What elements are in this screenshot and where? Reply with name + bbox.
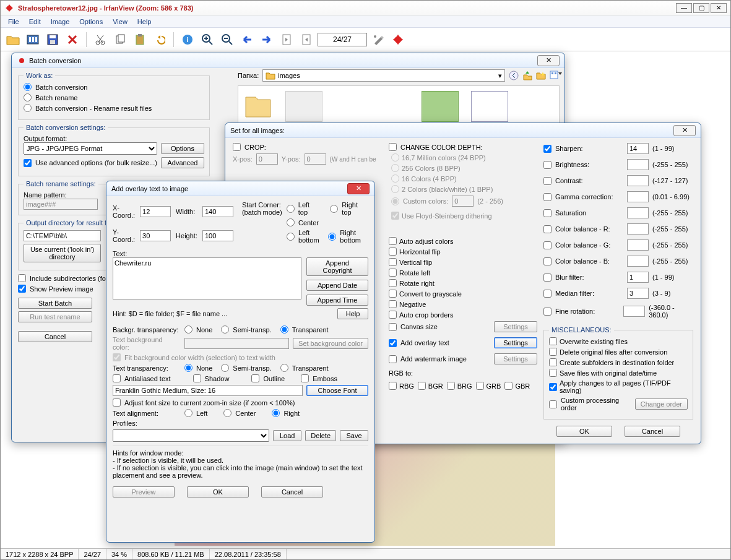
cb-r-input[interactable] (627, 223, 649, 235)
open-icon[interactable] (4, 31, 22, 48)
overlay-cancel-button[interactable]: Cancel (261, 486, 323, 498)
about-icon[interactable] (389, 31, 407, 48)
rright-check[interactable] (389, 279, 397, 287)
sharpen-check[interactable] (543, 145, 551, 153)
menu-image[interactable]: Image (51, 18, 70, 25)
append-date-button[interactable]: Append Date (306, 280, 368, 291)
zoom-in-icon[interactable] (199, 31, 216, 48)
folder-select[interactable]: images ▾ (262, 69, 505, 82)
grayscale-check[interactable] (389, 290, 397, 298)
cb-b-input[interactable] (627, 256, 649, 267)
next-icon[interactable] (258, 31, 275, 48)
canvas-check[interactable] (389, 323, 397, 331)
menu-edit[interactable]: Edit (29, 18, 41, 25)
delete-button[interactable]: Delete (305, 430, 336, 441)
overwrite-check[interactable] (549, 337, 557, 345)
include-sub-check[interactable] (18, 274, 26, 282)
shadow-check[interactable] (193, 374, 201, 382)
prev-icon[interactable] (238, 31, 256, 48)
advanced-button[interactable]: Advanced (161, 157, 204, 168)
work-batch-conversion[interactable] (24, 83, 32, 91)
overlay-text-input[interactable]: Chewriter.ru (113, 257, 301, 299)
batch-close-button[interactable]: ✕ (537, 55, 560, 66)
ccd-check[interactable] (389, 143, 397, 151)
contrast-check[interactable] (543, 177, 551, 185)
create-sub-check[interactable] (549, 358, 557, 366)
saturation-input[interactable] (627, 207, 649, 218)
profiles-select[interactable] (113, 429, 269, 442)
info-icon[interactable]: i (179, 31, 196, 48)
corner-lb[interactable] (287, 233, 295, 241)
cb-b-check[interactable] (543, 257, 551, 265)
y-coord-input[interactable] (140, 230, 171, 241)
next-page-icon[interactable] (298, 31, 315, 48)
median-check[interactable] (543, 290, 551, 298)
new-folder-icon[interactable] (536, 71, 546, 80)
batch-cancel-button[interactable]: Cancel (18, 331, 92, 342)
autocrop-check[interactable] (389, 311, 397, 319)
close-button[interactable]: ✕ (711, 3, 727, 13)
hflip-check[interactable] (389, 248, 397, 256)
adjust-font-check[interactable] (113, 398, 121, 407)
outdir-input[interactable] (24, 230, 101, 241)
zoom-out-icon[interactable] (218, 31, 236, 48)
options-button[interactable]: Options (161, 143, 204, 154)
use-current-button[interactable]: Use current ('look in') directory (24, 244, 101, 262)
delete-orig-check[interactable] (549, 348, 557, 356)
tt-trans[interactable] (280, 364, 288, 372)
outline-check[interactable] (251, 374, 259, 382)
corner-rt[interactable] (330, 205, 338, 213)
minimize-button[interactable]: — (676, 3, 692, 13)
cut-icon[interactable] (92, 31, 109, 48)
rgb-rbg[interactable] (389, 382, 397, 390)
prev-page-icon[interactable] (278, 31, 295, 48)
menu-options[interactable]: Options (79, 18, 103, 25)
height-input[interactable] (202, 230, 233, 241)
corner-lt[interactable] (287, 205, 295, 213)
delete-icon[interactable] (64, 31, 81, 48)
load-button[interactable]: Load (273, 430, 301, 441)
custom-order-check[interactable] (549, 400, 557, 408)
undo-icon[interactable] (151, 31, 168, 48)
bg-none[interactable] (184, 325, 192, 334)
overlay-close-button[interactable]: ✕ (347, 183, 370, 194)
blur-check[interactable] (543, 274, 551, 282)
view-menu-icon[interactable] (550, 71, 560, 80)
show-preview-check[interactable] (18, 285, 26, 293)
align-center[interactable] (223, 409, 231, 417)
blur-input[interactable] (627, 272, 649, 283)
use-advanced-check[interactable] (24, 159, 32, 167)
setall-ok-button[interactable]: OK (556, 426, 612, 437)
work-batch-rename[interactable] (24, 93, 32, 101)
gamma-check[interactable] (543, 193, 551, 201)
slideshow-icon[interactable] (24, 31, 41, 48)
settings-icon[interactable] (370, 31, 387, 48)
rgb-grb[interactable] (476, 382, 484, 390)
x-coord-input[interactable] (140, 206, 171, 217)
paste-icon[interactable] (131, 31, 149, 48)
width-input[interactable] (202, 206, 233, 217)
menu-help[interactable]: Help (137, 18, 152, 25)
tt-none[interactable] (184, 364, 192, 372)
rgb-brg[interactable] (447, 382, 455, 390)
rgb-gbr[interactable] (504, 382, 513, 390)
append-time-button[interactable]: Append Time (306, 295, 368, 306)
align-right[interactable] (272, 409, 280, 417)
orig-date-check[interactable] (549, 369, 557, 377)
help-button[interactable]: Help (337, 308, 368, 319)
crop-check[interactable] (233, 143, 241, 151)
work-batch-both[interactable] (24, 104, 32, 112)
start-batch-button[interactable]: Start Batch (18, 298, 92, 309)
save-icon[interactable] (44, 31, 61, 48)
image-counter[interactable]: 24/27 (318, 33, 367, 46)
tt-semi[interactable] (221, 364, 229, 372)
output-format-select[interactable]: JPG - JPG/JPEG Format (24, 142, 157, 155)
align-left[interactable] (184, 409, 192, 417)
brightness-check[interactable] (543, 161, 551, 169)
auto-adjust-check[interactable] (389, 237, 397, 245)
all-pages-check[interactable] (549, 383, 557, 391)
choose-font-button[interactable]: Choose Font (306, 385, 368, 396)
setall-cancel-button[interactable]: Cancel (625, 426, 680, 437)
cb-r-check[interactable] (543, 225, 551, 233)
menu-view[interactable]: View (113, 18, 128, 25)
